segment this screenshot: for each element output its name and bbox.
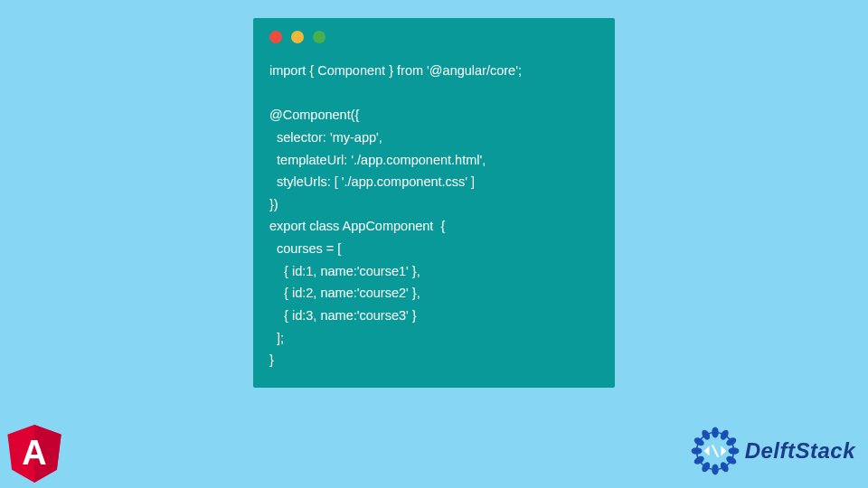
svg-marker-5	[721, 446, 726, 456]
angular-letter: A	[22, 434, 46, 472]
delftstack-badge-icon	[691, 427, 740, 475]
close-icon	[269, 31, 282, 43]
maximize-icon	[313, 31, 326, 43]
delftstack-label: DelftStack	[745, 438, 855, 464]
svg-point-3	[712, 427, 719, 438]
code-window: import { Component } from '@angular/core…	[253, 18, 615, 388]
code-block: import { Component } from '@angular/core…	[269, 60, 599, 371]
window-controls	[269, 31, 599, 43]
svg-line-6	[712, 446, 717, 457]
minimize-icon	[291, 31, 304, 43]
angular-logo-icon: A	[7, 425, 61, 483]
svg-marker-4	[703, 446, 709, 456]
delftstack-brand: DelftStack	[691, 427, 855, 475]
